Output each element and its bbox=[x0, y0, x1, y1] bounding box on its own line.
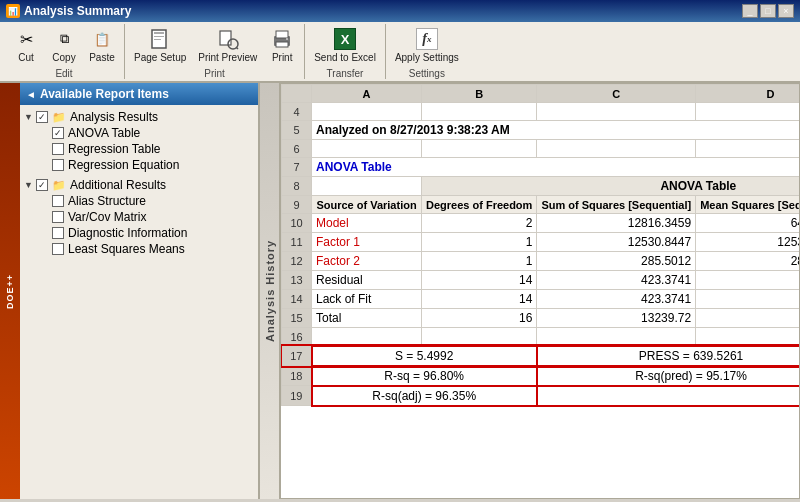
svg-rect-4 bbox=[220, 31, 231, 45]
print-button[interactable]: Print bbox=[264, 24, 300, 66]
tree-item-least-squares[interactable]: ▶ Least Squares Means bbox=[24, 241, 254, 257]
cell-6d[interactable] bbox=[696, 140, 800, 158]
cell-6a[interactable] bbox=[312, 140, 422, 158]
cell-6b[interactable] bbox=[422, 140, 537, 158]
cell-res-source[interactable]: Residual bbox=[312, 271, 422, 290]
cell-lof-ms[interactable]: 30.241 bbox=[696, 290, 800, 309]
tree-item-diagnostic[interactable]: ▶ Diagnostic Information bbox=[24, 225, 254, 241]
row-num-9: 9 bbox=[282, 196, 312, 214]
cell-f2-dof[interactable]: 1 bbox=[422, 252, 537, 271]
cell-res-ms[interactable]: 30.241 bbox=[696, 271, 800, 290]
cell-press-value[interactable]: PRESS = 639.5261 bbox=[537, 346, 800, 366]
cell-s-value[interactable]: S = 5.4992 bbox=[312, 346, 537, 366]
cell-analyzed-date[interactable]: Analyzed on 8/27/2013 9:38:23 AM bbox=[312, 121, 801, 140]
tree-item-alias[interactable]: ▶ Alias Structure bbox=[24, 193, 254, 209]
cell-f1-dof[interactable]: 1 bbox=[422, 233, 537, 252]
cell-model-ms[interactable]: 6408.173 bbox=[696, 214, 800, 233]
cell-f1-source[interactable]: Factor 1 bbox=[312, 233, 422, 252]
tree-item-additional-results[interactable]: ▼ 📁 Additional Results bbox=[24, 177, 254, 193]
tree-item-anova-table[interactable]: ▶ ANOVA Table bbox=[24, 125, 254, 141]
apply-settings-button[interactable]: fx Apply Settings bbox=[390, 24, 464, 66]
copy-button[interactable]: ⧉ Copy bbox=[46, 24, 82, 66]
cell-model-dof[interactable]: 2 bbox=[422, 214, 537, 233]
cell-16b[interactable] bbox=[422, 328, 537, 346]
checkbox-additional[interactable] bbox=[36, 179, 48, 191]
cell-f1-ss[interactable]: 12530.8447 bbox=[537, 233, 696, 252]
cell-rsq[interactable]: R-sq = 96.80% bbox=[312, 366, 537, 386]
cell-total-ms[interactable] bbox=[696, 309, 800, 328]
table-row: 8 ANOVA Table bbox=[282, 177, 801, 196]
cell-rsq-adj[interactable]: R-sq(adj) = 96.35% bbox=[312, 386, 537, 406]
col-ms[interactable]: Mean Squares [Sequential] bbox=[696, 196, 800, 214]
maximize-button[interactable]: □ bbox=[760, 4, 776, 18]
checkbox-diagnostic[interactable] bbox=[52, 227, 64, 239]
table-row: 10 Model 2 12816.3459 6408.173 211.9034 … bbox=[282, 214, 801, 233]
cell-19cd[interactable] bbox=[537, 386, 800, 406]
expand-icon-add[interactable]: ▼ bbox=[24, 180, 34, 190]
checkbox-least-squares[interactable] bbox=[52, 243, 64, 255]
row-num-5: 5 bbox=[282, 121, 312, 140]
send-to-excel-button[interactable]: X Send to Excel bbox=[309, 24, 381, 66]
col-dof[interactable]: Degrees of Freedom bbox=[422, 196, 537, 214]
cell-16d[interactable] bbox=[696, 328, 800, 346]
checkbox-varcov[interactable] bbox=[52, 211, 64, 223]
checkbox-analysis-results[interactable] bbox=[36, 111, 48, 123]
cell-lof-source[interactable]: Lack of Fit bbox=[312, 290, 422, 309]
print-preview-button[interactable]: Print Preview bbox=[193, 24, 262, 66]
spreadsheet-table: A B C D E F 4 bbox=[281, 84, 800, 407]
row-num-7: 7 bbox=[282, 158, 312, 177]
cell-f2-ms[interactable]: 285.5012 bbox=[696, 252, 800, 271]
col-header-d[interactable]: D bbox=[696, 85, 800, 103]
panel-arrow[interactable]: ◄ bbox=[26, 89, 36, 100]
cell-16c[interactable] bbox=[537, 328, 696, 346]
cell-anova-header[interactable]: ANOVA Table bbox=[422, 177, 801, 196]
checkbox-anova[interactable] bbox=[52, 127, 64, 139]
toolbar-group-print: Page Setup Print Preview Print Print bbox=[125, 24, 305, 79]
cut-button[interactable]: ✂ Cut bbox=[8, 24, 44, 66]
tree-item-regression-table[interactable]: ▶ Regression Table bbox=[24, 141, 254, 157]
close-button[interactable]: × bbox=[778, 4, 794, 18]
analysis-history-tab[interactable]: Analysis History bbox=[260, 83, 280, 499]
col-header-c[interactable]: C bbox=[537, 85, 696, 103]
main-content: DOE++ ◄ Available Report Items ▼ 📁 Analy… bbox=[0, 83, 800, 499]
cell-lof-dof[interactable]: 14 bbox=[422, 290, 537, 309]
cell-anova-title[interactable]: ANOVA Table bbox=[312, 158, 801, 177]
cell-total-dof[interactable]: 16 bbox=[422, 309, 537, 328]
cell-res-ss[interactable]: 423.3741 bbox=[537, 271, 696, 290]
col-header-a[interactable]: A bbox=[312, 85, 422, 103]
tree-item-analysis-results[interactable]: ▼ 📁 Analysis Results bbox=[24, 109, 254, 125]
svg-rect-9 bbox=[276, 42, 288, 47]
col-header-rownum bbox=[282, 85, 312, 103]
cell-f2-source[interactable]: Factor 2 bbox=[312, 252, 422, 271]
checkbox-regression-table[interactable] bbox=[52, 143, 64, 155]
tree-item-varcov[interactable]: ▶ Var/Cov Matrix bbox=[24, 209, 254, 225]
cell-8a[interactable] bbox=[312, 177, 422, 196]
cell-f2-ss[interactable]: 285.5012 bbox=[537, 252, 696, 271]
cell-4d[interactable] bbox=[696, 103, 800, 121]
checkbox-alias[interactable] bbox=[52, 195, 64, 207]
col-header-b[interactable]: B bbox=[422, 85, 537, 103]
cell-f1-ms[interactable]: 12530.8447 bbox=[696, 233, 800, 252]
cell-4c[interactable] bbox=[537, 103, 696, 121]
cell-res-dof[interactable]: 14 bbox=[422, 271, 537, 290]
cell-rsq-pred[interactable]: R-sq(pred) = 95.17% bbox=[537, 366, 800, 386]
cell-model-source[interactable]: Model bbox=[312, 214, 422, 233]
cell-4b[interactable] bbox=[422, 103, 537, 121]
cell-16a[interactable] bbox=[312, 328, 422, 346]
col-source[interactable]: Source of Variation bbox=[312, 196, 422, 214]
col-ss[interactable]: Sum of Squares [Sequential] bbox=[537, 196, 696, 214]
edit-group-label: Edit bbox=[55, 68, 72, 79]
paste-button[interactable]: 📋 Paste bbox=[84, 24, 120, 66]
cell-lof-ss[interactable]: 423.3741 bbox=[537, 290, 696, 309]
page-setup-button[interactable]: Page Setup bbox=[129, 24, 191, 66]
cell-total-ss[interactable]: 13239.72 bbox=[537, 309, 696, 328]
window-controls[interactable]: _ □ × bbox=[742, 4, 794, 18]
expand-icon[interactable]: ▼ bbox=[24, 112, 34, 122]
minimize-button[interactable]: _ bbox=[742, 4, 758, 18]
cell-total-source[interactable]: Total bbox=[312, 309, 422, 328]
tree-item-regression-eq[interactable]: ▶ Regression Equation bbox=[24, 157, 254, 173]
cell-model-ss[interactable]: 12816.3459 bbox=[537, 214, 696, 233]
checkbox-regression-eq[interactable] bbox=[52, 159, 64, 171]
cell-4a[interactable] bbox=[312, 103, 422, 121]
cell-6c[interactable] bbox=[537, 140, 696, 158]
